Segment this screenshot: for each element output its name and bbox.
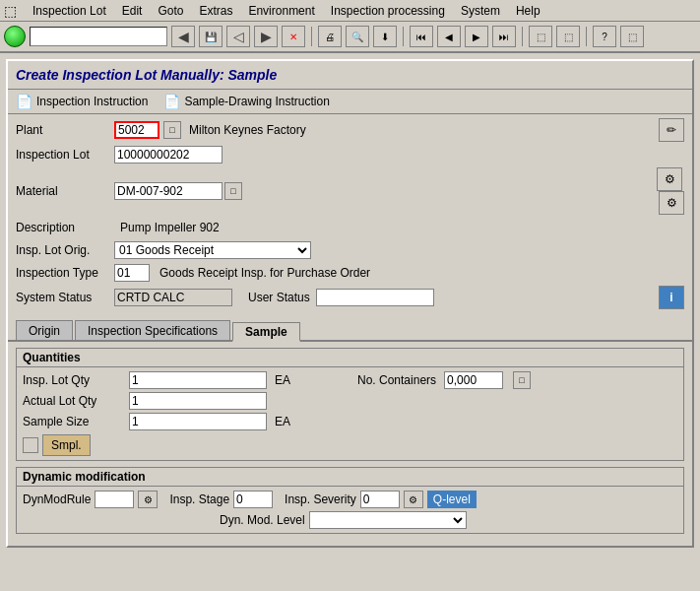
- smpl-button[interactable]: Smpl.: [42, 434, 91, 456]
- prev-button[interactable]: ◁: [226, 26, 250, 47]
- next-button[interactable]: ▶: [254, 26, 278, 47]
- material-icon2-button[interactable]: ⚙: [659, 191, 684, 215]
- info-icon-button[interactable]: i: [659, 286, 684, 309]
- menu-bar: ⬚ Inspection Lot Edit Goto Extras Enviro…: [0, 0, 700, 22]
- plant-input-group: □ Milton Keynes Factory: [114, 121, 306, 139]
- insp-lot-qty-input[interactable]: [129, 371, 267, 389]
- insp-lot-qty-unit: EA: [275, 373, 290, 387]
- separator-1: [311, 27, 312, 46]
- inspection-instruction-tab[interactable]: 📄 Inspection Instruction: [16, 94, 148, 109]
- user-status-input[interactable]: [316, 289, 434, 306]
- dynamic-mod-content: DynModRule ⚙ Insp. Stage Insp. Severity …: [17, 487, 683, 533]
- menu-environment[interactable]: Environment: [248, 4, 314, 18]
- prev-page-button[interactable]: ◀: [437, 26, 461, 47]
- smpl-checkbox[interactable]: [23, 437, 38, 453]
- description-row: Description Pump Impeller 902: [16, 218, 684, 237]
- insp-stage-input[interactable]: [233, 491, 273, 508]
- q-level-badge: Q-level: [427, 491, 477, 508]
- more-button[interactable]: ⬚: [620, 26, 644, 47]
- inspection-type-input[interactable]: [114, 264, 150, 282]
- sample-drawing-tab[interactable]: 📄 Sample-Drawing Instruction: [163, 94, 329, 109]
- user-status-label: User Status: [248, 291, 310, 304]
- menu-goto[interactable]: Goto: [158, 4, 183, 18]
- dynmod-rule-input[interactable]: [95, 491, 134, 508]
- dynamic-mod-section: Dynamic modification DynModRule ⚙ Insp. …: [16, 467, 684, 534]
- actual-lot-qty-input[interactable]: [129, 392, 267, 410]
- fields-area: Plant □ Milton Keynes Factory ✏ Inspecti…: [8, 114, 692, 316]
- dynmod-row-2: Dyn. Mod. Level: [23, 511, 677, 529]
- insp-lot-qty-label: Insp. Lot Qty: [23, 373, 121, 387]
- insp-severity-label: Insp. Severity: [285, 492, 356, 506]
- main-content: Create Inspection Lot Manually: Sample 📄…: [0, 53, 700, 591]
- save-button[interactable]: 💾: [199, 26, 223, 47]
- next-page-button[interactable]: ▶: [465, 26, 488, 47]
- menu-extras[interactable]: Extras: [199, 4, 232, 18]
- tab-origin[interactable]: Origin: [16, 320, 73, 340]
- menu-inspection-processing[interactable]: Inspection processing: [331, 4, 445, 18]
- form-title: Create Inspection Lot Manually: Sample: [8, 61, 692, 90]
- toolbar: ◀ 💾 ◁ ▶ ✕ 🖨 🔍 ⬇ ⏮ ◀ ▶ ⏭ ⬚ ⬚ ? ⬚: [0, 22, 700, 53]
- print-button[interactable]: 🖨: [318, 26, 342, 47]
- instruction-label: Inspection Instruction: [36, 95, 148, 108]
- layout-button[interactable]: ⬚: [529, 26, 552, 47]
- quantities-section: Quantities Insp. Lot Qty EA No. Containe…: [16, 348, 684, 461]
- material-input[interactable]: [114, 182, 223, 200]
- help-button[interactable]: ?: [593, 26, 616, 47]
- no-containers-btn[interactable]: □: [513, 371, 531, 389]
- stop-button[interactable]: ✕: [282, 26, 305, 47]
- tabs-container: Origin Inspection Specifications Sample: [8, 320, 692, 342]
- instruction-icon: 📄: [16, 94, 32, 109]
- plant-row: Plant □ Milton Keynes Factory ✏: [16, 118, 684, 142]
- sample-drawing-label: Sample-Drawing Instruction: [184, 95, 329, 108]
- first-page-button[interactable]: ⏮: [410, 26, 433, 47]
- command-input[interactable]: [30, 27, 167, 46]
- sample-size-input[interactable]: [129, 413, 267, 430]
- dynmod-rule-btn[interactable]: ⚙: [138, 491, 158, 508]
- menu-system[interactable]: System: [461, 4, 500, 18]
- insp-severity-input[interactable]: [360, 491, 400, 508]
- plant-search-button[interactable]: □: [163, 121, 181, 139]
- find-button[interactable]: 🔍: [346, 26, 369, 47]
- menu-edit[interactable]: Edit: [122, 4, 143, 18]
- form-fields: Plant □ Milton Keynes Factory ✏ Inspecti…: [8, 114, 692, 546]
- tab-inspection-specifications[interactable]: Inspection Specifications: [75, 320, 230, 340]
- plant-input[interactable]: [114, 121, 159, 139]
- system-status-label: System Status: [16, 291, 114, 304]
- material-icon-button[interactable]: ⚙: [657, 167, 682, 191]
- inspection-type-row: Inspection Type Goods Receipt Insp. for …: [16, 263, 684, 283]
- find-next-button[interactable]: ⬇: [373, 26, 397, 47]
- dynamic-mod-title: Dynamic modification: [17, 468, 683, 487]
- back-button[interactable]: ◀: [171, 26, 195, 47]
- material-row: Material □ ⚙ ⚙: [16, 167, 684, 215]
- description-value: Pump Impeller 902: [120, 221, 220, 234]
- insp-lot-orig-label: Insp. Lot Orig.: [16, 243, 114, 257]
- insp-lot-orig-row: Insp. Lot Orig. 01 Goods Receipt: [16, 240, 684, 260]
- material-label: Material: [16, 184, 114, 198]
- tab-sample-content: Quantities Insp. Lot Qty EA No. Containe…: [8, 342, 692, 546]
- settings-button[interactable]: ⬚: [556, 26, 580, 47]
- no-containers-label: No. Containers: [357, 373, 436, 387]
- insp-lot-orig-select[interactable]: 01 Goods Receipt: [114, 241, 311, 259]
- instruction-bar: 📄 Inspection Instruction 📄 Sample-Drawin…: [8, 90, 692, 114]
- inspection-type-label: Inspection Type: [16, 266, 114, 280]
- tab-sample[interactable]: Sample: [232, 322, 300, 342]
- sample-size-label: Sample Size: [23, 415, 121, 428]
- no-containers-input[interactable]: [444, 371, 503, 389]
- menu-help[interactable]: Help: [516, 4, 541, 18]
- menu-inspection-lot[interactable]: Inspection Lot: [32, 4, 106, 18]
- last-page-button[interactable]: ⏭: [492, 26, 516, 47]
- quantities-content: Insp. Lot Qty EA No. Containers □ Actual…: [17, 367, 683, 460]
- dyn-mod-level-select[interactable]: [309, 511, 467, 529]
- quantities-title: Quantities: [17, 349, 683, 367]
- inspection-type-desc: Goods Receipt Insp. for Purchase Order: [159, 266, 370, 280]
- dynmod-rule-label: DynModRule: [23, 492, 91, 506]
- insp-severity-btn[interactable]: ⚙: [404, 491, 423, 508]
- app-icon[interactable]: ⬚: [4, 3, 17, 19]
- dynmod-row-1: DynModRule ⚙ Insp. Stage Insp. Severity …: [23, 491, 677, 508]
- separator-3: [522, 27, 523, 46]
- material-search-button[interactable]: □: [224, 182, 242, 200]
- edit-icon-button[interactable]: ✏: [659, 118, 684, 142]
- separator-2: [403, 27, 404, 46]
- inspection-lot-input[interactable]: [114, 146, 223, 164]
- description-label: Description: [16, 221, 114, 234]
